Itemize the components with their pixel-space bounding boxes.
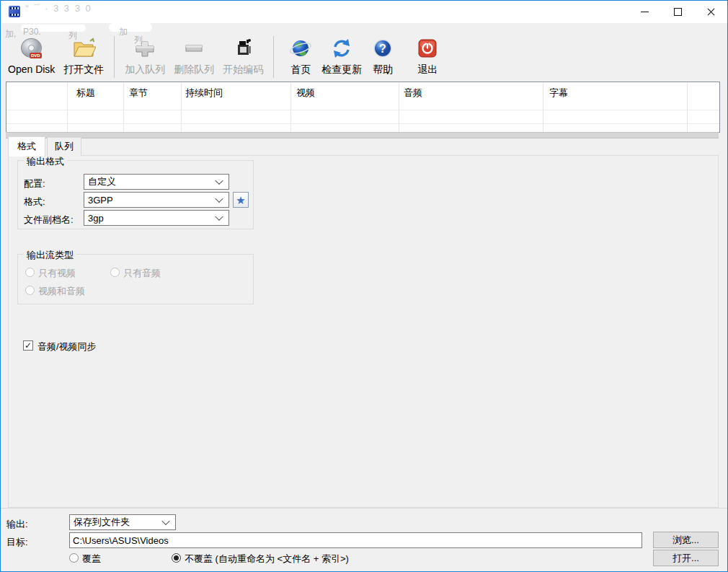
close-icon (707, 8, 715, 16)
remove-queue-icon (182, 36, 206, 61)
remove-queue-label: 删除队列 (174, 63, 214, 76)
help-button[interactable]: ? 帮助 (366, 35, 399, 78)
app-window: ʺ ¯ · 3 3 3 0 加, P30. 列 加 列 DVD Open Dis… (0, 0, 728, 572)
video-and-audio-radio[interactable] (25, 286, 35, 295)
svg-text:?: ? (379, 43, 386, 55)
audio-only-label: 只有音频 (123, 267, 161, 280)
audio-only-radio[interactable] (110, 268, 120, 277)
tab-queue[interactable]: 队列 (47, 137, 81, 156)
home-globe-icon (288, 36, 313, 61)
dvd-disc-icon: DVD (19, 36, 44, 61)
video-and-audio-label: 视频和音频 (38, 285, 85, 298)
no-overwrite-label: 不覆盖 (自动重命名为 <文件名 + 索引>) (185, 553, 349, 566)
minimize-button[interactable] (628, 1, 661, 23)
video-only-label: 只有视频 (38, 267, 76, 280)
browse-button-label: 浏览... (672, 534, 699, 547)
column-divider[interactable] (67, 82, 68, 132)
check-update-label: 检查更新 (321, 63, 362, 76)
output-mode-value: 保存到文件夹 (74, 516, 130, 529)
open-disk-label: Open Disk (8, 63, 55, 75)
column-header-video[interactable]: 视频 (296, 87, 315, 100)
check-icon: ✓ (25, 340, 32, 351)
start-encode-icon (231, 36, 255, 61)
column-divider[interactable] (687, 82, 688, 132)
minimize-icon (641, 12, 649, 12)
close-button[interactable] (694, 1, 727, 23)
target-path-input[interactable] (69, 532, 642, 548)
profile-value: 自定义 (88, 175, 116, 188)
column-divider[interactable] (290, 82, 291, 132)
open-disk-button[interactable]: DVD Open Disk (4, 35, 59, 76)
column-header-subtitle[interactable]: 字幕 (549, 87, 568, 100)
output-section: 输出: 保存到文件夹 目标: 浏览... 覆盖 不覆盖 (自动重命名为 <文件名… (1, 508, 727, 572)
extension-combobox[interactable]: 3gp (84, 210, 229, 226)
home-button[interactable]: 首页 (284, 35, 317, 78)
home-label: 首页 (290, 63, 311, 76)
start-encode-button[interactable]: 开始编码 (218, 35, 267, 78)
overwrite-radio[interactable] (69, 553, 79, 563)
title-bar: ʺ ¯ · 3 3 3 0 (1, 1, 727, 23)
column-header-chapter[interactable]: 章节 (129, 87, 148, 100)
toolbar: 加, P30. 列 加 列 DVD Open Disk (1, 23, 727, 81)
repaint-smear (109, 23, 152, 32)
format-tab-panel: 输出格式 配置: 自定义 格式: 3GPP ★ 文件副档名: 3gp 输出流类型 (8, 155, 719, 508)
chevron-down-icon (215, 213, 223, 221)
chevron-down-icon (161, 517, 169, 525)
horizontal-scrollbar[interactable] (6, 132, 719, 138)
output-format-group: 输出格式 配置: 自定义 格式: 3GPP ★ 文件副档名: 3gp (17, 160, 254, 229)
add-queue-icon (133, 36, 157, 61)
target-label: 目标: (6, 536, 28, 549)
extension-value: 3gp (88, 213, 104, 224)
extension-label: 文件副档名: (24, 214, 74, 226)
open-file-label: 打开文件 (63, 63, 104, 76)
profile-label: 配置: (24, 177, 45, 190)
help-label: 帮助 (373, 63, 393, 76)
grid-line (6, 110, 719, 110)
maximize-icon (674, 8, 682, 16)
output-format-group-title: 输出格式 (24, 155, 67, 168)
format-combobox[interactable]: 3GPP (84, 192, 229, 208)
stream-type-group-title: 输出流类型 (24, 249, 76, 262)
toolbar-separator (273, 36, 274, 78)
output-mode-combobox[interactable]: 保存到文件夹 (69, 514, 176, 530)
star-icon: ★ (236, 195, 245, 206)
tab-format[interactable]: 格式 (8, 136, 45, 157)
grid-line (6, 123, 719, 124)
maximize-button[interactable] (661, 1, 694, 23)
av-sync-label: 音频/视频同步 (37, 340, 97, 353)
remove-queue-button[interactable]: 删除队列 (169, 35, 218, 78)
no-overwrite-radio[interactable] (172, 553, 181, 563)
stream-type-group: 输出流类型 只有视频 只有音频 视频和音频 (17, 254, 254, 304)
exit-label: 退出 (417, 63, 438, 76)
overwrite-label: 覆盖 (82, 553, 101, 566)
favorite-format-button[interactable]: ★ (233, 192, 249, 208)
add-queue-button[interactable]: 加入队列 (120, 35, 169, 78)
column-header-duration[interactable]: 持续时间 (185, 87, 223, 100)
column-divider[interactable] (543, 82, 543, 132)
column-divider[interactable] (123, 82, 124, 132)
add-queue-label: 加入队列 (125, 63, 165, 76)
open-target-button[interactable]: 打开... (653, 550, 719, 566)
check-update-icon (329, 36, 354, 61)
column-divider[interactable] (399, 82, 399, 132)
repaint-smear (21, 25, 86, 32)
output-label: 输出: (6, 518, 28, 531)
app-icon (9, 6, 20, 17)
file-list[interactable]: 标题 章节 持续时间 视频 音频 字幕 (6, 82, 720, 133)
column-divider[interactable] (181, 82, 182, 132)
open-file-button[interactable]: 打开文件 (59, 35, 108, 78)
profile-combobox[interactable]: 自定义 (84, 174, 229, 190)
browse-button[interactable]: 浏览... (653, 532, 719, 548)
column-header-audio[interactable]: 音频 (404, 87, 422, 100)
chevron-down-icon (215, 195, 223, 203)
exit-icon (415, 36, 440, 61)
video-only-radio[interactable] (25, 268, 35, 277)
format-label: 格式: (24, 195, 45, 208)
check-update-button[interactable]: 检查更新 (317, 35, 366, 78)
open-folder-icon (71, 36, 96, 61)
toolbar-separator (114, 36, 115, 78)
format-value: 3GPP (88, 195, 113, 206)
column-header-title[interactable]: 标题 (76, 87, 95, 100)
av-sync-checkbox[interactable]: ✓ (23, 340, 33, 351)
exit-button[interactable]: 退出 (411, 35, 444, 78)
